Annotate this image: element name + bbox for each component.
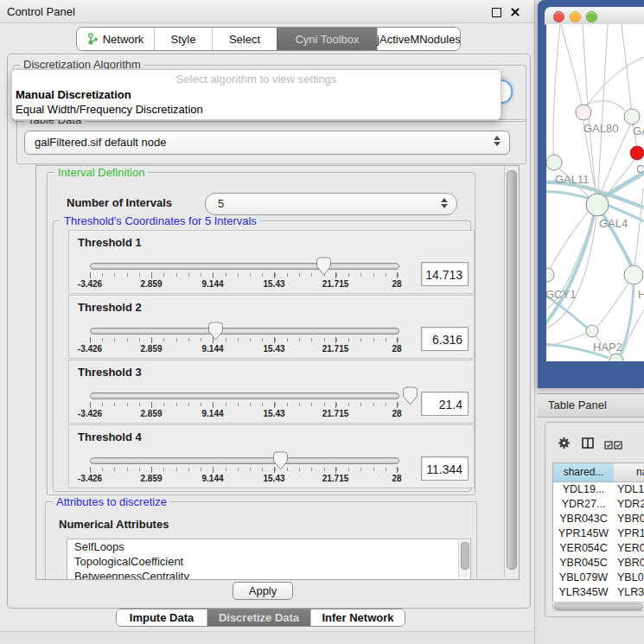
- algorithm-dropdown-popup: Select algorithm to view settings Manual…: [11, 69, 501, 120]
- numerical-attributes-label: Numerical Attributes: [59, 518, 169, 531]
- node-gal80[interactable]: [576, 105, 591, 120]
- network-window-titlebar: [545, 7, 644, 25]
- node-h[interactable]: [624, 265, 643, 284]
- table-row[interactable]: YBL079WYBL079W: [553, 571, 644, 585]
- network-canvas[interactable]: GAL80 GA C GAL11 GAL4 GCY1 H HAP2: [546, 24, 644, 361]
- combobox-stepper-icon: [494, 136, 501, 146]
- table-horizontal-scrollbar[interactable]: [552, 602, 644, 611]
- minor-ticks: [90, 273, 399, 277]
- node-gal4[interactable]: [586, 194, 609, 216]
- node-label-gal4: GAL4: [599, 217, 628, 230]
- threshold-3-slider[interactable]: [90, 392, 399, 399]
- threshold-3-value-field[interactable]: 21.4: [421, 392, 469, 416]
- node-label-clipped-c: C: [636, 163, 644, 175]
- threshold-4-slider-thumb[interactable]: [273, 451, 288, 473]
- tab-style[interactable]: Style: [154, 28, 212, 50]
- threshold-1-slider-thumb[interactable]: [316, 257, 331, 278]
- list-item[interactable]: TopologicalCoefficient: [67, 554, 470, 569]
- dropdown-option-manual[interactable]: Manual Discretization: [16, 88, 131, 101]
- table-row[interactable]: YBR045CYBR045C: [553, 556, 644, 571]
- numerical-attributes-list: SelfLoops TopologicalCoefficient Between…: [67, 539, 471, 580]
- threshold-4-value-field[interactable]: 11.344: [421, 456, 469, 481]
- threshold-1-slider[interactable]: [90, 263, 399, 270]
- threshold-4-slider[interactable]: [90, 457, 399, 464]
- thresholds-group-title: Threshold's Coordinates for 5 Intervals: [61, 215, 260, 227]
- settings-scrollpane: Interval Definition Number of Intervals …: [35, 165, 520, 580]
- tab-network[interactable]: Network: [77, 28, 154, 50]
- tab-discretize-data[interactable]: Discretize Data: [207, 609, 310, 626]
- node-label-gcy1: GCY1: [546, 288, 576, 301]
- table-row[interactable]: YLR345WYLR345W: [553, 585, 644, 600]
- node-label-clipped-h: H: [638, 288, 644, 301]
- minimize-traffic-light-icon[interactable]: [570, 11, 581, 22]
- node-red-selected[interactable]: [630, 146, 644, 160]
- apply-button[interactable]: Apply: [233, 582, 293, 600]
- attributes-group: Attributes to discretize Numerical Attri…: [45, 501, 477, 580]
- table-panel-body: shared... name YDL19...YDL19... YDR27...…: [545, 422, 644, 617]
- minor-ticks: [90, 338, 399, 341]
- threshold-2-value-field[interactable]: 6.316: [421, 327, 469, 351]
- node-gal11[interactable]: [546, 155, 562, 170]
- select-all-checkbox-icon[interactable]: [604, 439, 613, 452]
- network-icon: [87, 33, 99, 45]
- deselect-all-checkbox-icon[interactable]: [614, 439, 622, 452]
- column-header-shared-name[interactable]: shared...: [553, 463, 615, 482]
- zoom-traffic-light-icon[interactable]: [586, 11, 597, 22]
- interval-definition-group: Interval Definition Number of Intervals …: [47, 172, 475, 495]
- tab-select[interactable]: Select: [212, 28, 277, 50]
- float-window-icon[interactable]: [492, 8, 501, 17]
- number-of-intervals-spinner[interactable]: 5: [205, 193, 457, 215]
- threshold-2-slider[interactable]: [90, 328, 399, 335]
- table-panel-title: Table Panel: [548, 399, 607, 411]
- threshold-2-slider-thumb[interactable]: [208, 322, 223, 343]
- number-of-intervals-label: Number of Intervals: [67, 196, 172, 209]
- threshold-1-value-field[interactable]: 14.713: [421, 262, 469, 286]
- minor-ticks: [90, 403, 399, 406]
- attributes-group-title: Attributes to discretize: [53, 496, 170, 508]
- table-row[interactable]: YDR27...YDR27...: [553, 497, 644, 512]
- interval-definition-title: Interval Definition: [54, 167, 148, 179]
- top-tabbar: Network Style Select Cyni Toolbox jActiv…: [76, 27, 461, 51]
- table-data-group: Table Data galFiltered.sif default node: [16, 119, 526, 164]
- threshold-3-row: Threshold 3 -3.426 2.859 9.144 15.43 21.…: [68, 360, 475, 424]
- spinner-arrows-icon[interactable]: [441, 198, 448, 208]
- table-data-combobox[interactable]: galFiltered.sif default node: [24, 131, 510, 155]
- list-scrollbar[interactable]: [458, 540, 469, 578]
- footer-strip: [0, 631, 534, 644]
- tab-infer-network[interactable]: Infer Network: [310, 609, 405, 626]
- column-header-name[interactable]: name: [614, 463, 644, 482]
- list-item[interactable]: SelfLoops: [67, 539, 470, 554]
- minor-ticks: [90, 468, 399, 471]
- table-row[interactable]: YDL19...YDL19...: [553, 482, 644, 497]
- column-layout-icon[interactable]: [582, 437, 594, 451]
- node-label-hap2: HAP2: [593, 341, 622, 354]
- panel-title: Control Panel: [7, 5, 75, 18]
- table-panel-titlebar: Table Panel: [538, 393, 644, 418]
- threshold-3-slider-thumb[interactable]: [403, 386, 418, 408]
- threshold-4-row: Threshold 4 -3.426 2.859 9.144 15.43 21.…: [68, 424, 475, 488]
- control-panel-titlebar: Control Panel: [0, 0, 534, 23]
- bottom-tabbar: Impute Data Discretize Data Infer Networ…: [116, 609, 405, 627]
- node-hap2[interactable]: [586, 325, 598, 337]
- list-item[interactable]: BetweennessCentrality: [67, 569, 470, 580]
- tab-cyni-toolbox[interactable]: Cyni Toolbox: [277, 28, 377, 50]
- table-row[interactable]: YPR145WYPR145W: [553, 526, 644, 541]
- tab-impute-data[interactable]: Impute Data: [117, 609, 207, 626]
- cyni-main-panel: Discretization Algorithm Select algorith…: [7, 54, 531, 609]
- node-clipped-right[interactable]: [624, 109, 640, 124]
- dropdown-option-equal-width[interactable]: Equal Width/Frequency Discretization: [16, 103, 203, 116]
- node-label-gal80: GAL80: [583, 122, 618, 135]
- threshold-1-row: Threshold 1 -3.426 2.859 9.144 15.43 21.…: [68, 230, 475, 294]
- scrollpane-scrollbar[interactable]: [504, 166, 518, 577]
- dropdown-placeholder-option[interactable]: Select algorithm to view settings: [12, 73, 501, 86]
- close-traffic-light-icon[interactable]: [553, 11, 564, 22]
- tab-jactivemnodules[interactable]: jActiveMNodules: [377, 28, 460, 50]
- node-table: shared... name YDL19...YDL19... YDR27...…: [552, 462, 644, 602]
- node-label-clipped-ga: GA: [633, 124, 644, 137]
- close-icon[interactable]: [510, 7, 520, 17]
- threshold-2-row: Threshold 2 -3.426 2.859 9.144 15.43 21.…: [68, 295, 475, 359]
- table-row[interactable]: YER054CYER054C: [553, 541, 644, 556]
- table-row[interactable]: YBR043CYBR043C: [553, 512, 644, 526]
- node-gcy1[interactable]: [546, 268, 554, 282]
- gear-icon[interactable]: [558, 437, 571, 452]
